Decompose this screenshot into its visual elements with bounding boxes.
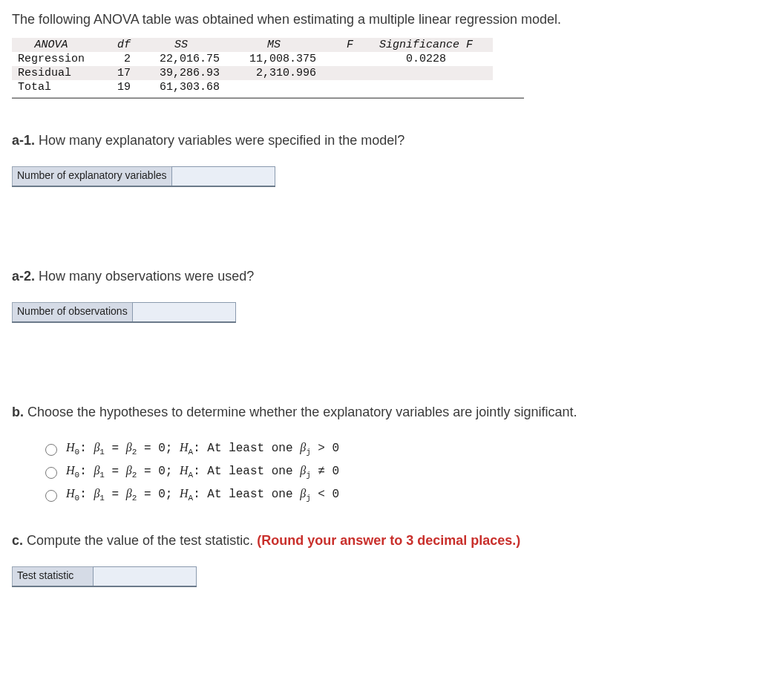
cell-sig — [359, 66, 493, 80]
anova-h-sig: Significance F — [359, 38, 493, 52]
ha-H: H — [180, 487, 189, 500]
betaj-sub: j — [306, 494, 311, 503]
q-c-label: c. Compute the value of the test statist… — [12, 533, 748, 549]
q-b-hyp-1: H0: β1 = β2 = 0; HA: At least one βj > 0 — [66, 441, 339, 457]
q-a1-num: a-1. — [12, 133, 35, 148]
cell-ss: 22,016.75 — [137, 52, 226, 66]
q-b-option-3[interactable]: H0: β1 = β2 = 0; HA: At least one βj < 0 — [42, 487, 748, 503]
q-b-radio-1[interactable] — [45, 444, 57, 456]
anova-h-ss: SS — [137, 38, 226, 52]
cell-ss: 61,303.68 — [137, 80, 226, 94]
anova-table: ANOVA df SS MS F Significance F Regressi… — [12, 38, 493, 94]
beta2: β — [126, 441, 132, 454]
q-b-options: H0: β1 = β2 = 0; HA: At least one βj > 0… — [42, 441, 748, 503]
cell-ms: 11,008.375 — [226, 52, 322, 66]
q-c-input-label: Test statistic — [12, 566, 94, 586]
question-a2: a-2. How many observations were used? Nu… — [12, 269, 748, 323]
ha-H: H — [180, 441, 189, 454]
q-a1-input-label: Number of explanatory variables — [12, 166, 172, 186]
eq2: = 0; — [137, 465, 180, 478]
betaj-sub: j — [306, 448, 311, 457]
anova-row-regression: Regression 2 22,016.75 11,008.375 0.0228 — [12, 52, 493, 66]
q-c-hint: (Round your answer to 3 decimal places.) — [257, 533, 520, 548]
q-b-radio-3[interactable] — [45, 490, 57, 502]
eq2: = 0; — [137, 442, 180, 455]
colon: : — [79, 465, 94, 478]
cmp: < 0 — [311, 488, 339, 501]
q-b-hyp-2: H0: β1 = β2 = 0; HA: At least one βj ≠ 0 — [66, 464, 339, 480]
anova-h-df: df — [99, 38, 137, 52]
q-a2-input-label: Number of observations — [12, 302, 133, 321]
beta1-sub: 1 — [99, 471, 105, 480]
cell-ms — [226, 80, 322, 94]
q-a2-input-bar: Number of observations — [12, 302, 236, 323]
cell-sig: 0.0228 — [359, 52, 493, 66]
q-b-num: b. — [12, 405, 24, 419]
tail: : At least one — [193, 465, 300, 478]
q-b-text: Choose the hypotheses to determine wheth… — [24, 405, 577, 419]
q-b-option-2[interactable]: H0: β1 = β2 = 0; HA: At least one βj ≠ 0 — [42, 464, 748, 480]
ha-H: H — [180, 464, 189, 477]
q-a2-label: a-2. How many observations were used? — [12, 269, 748, 284]
anova-row-residual: Residual 17 39,286.93 2,310.996 — [12, 66, 493, 80]
cell-ms: 2,310.996 — [226, 66, 322, 80]
beta2: β — [126, 464, 132, 477]
q-b-option-1[interactable]: H0: β1 = β2 = 0; HA: At least one βj > 0 — [42, 441, 748, 457]
cell-label: Regression — [12, 52, 99, 66]
q-b-hyp-3: H0: β1 = β2 = 0; HA: At least one βj < 0 — [66, 487, 339, 503]
anova-header-row: ANOVA df SS MS F Significance F — [12, 38, 493, 52]
anova-h-source: ANOVA — [12, 38, 99, 52]
q-a1-text: How many explanatory variables were spec… — [35, 133, 404, 148]
q-c-num: c. — [12, 533, 23, 548]
cmp: ≠ 0 — [311, 465, 339, 478]
q-a2-input[interactable] — [132, 302, 236, 321]
cell-f — [322, 80, 359, 94]
q-b-label: b. Choose the hypotheses to determine wh… — [12, 405, 748, 420]
cell-sig — [359, 80, 493, 94]
cell-label: Residual — [12, 66, 99, 80]
h0-H: H — [66, 464, 75, 477]
tail: : At least one — [193, 488, 300, 501]
q-c-text: Compute the value of the test statistic. — [23, 533, 257, 548]
cell-label: Total — [12, 80, 99, 94]
betaj-sub: j — [306, 471, 311, 480]
colon: : — [79, 488, 94, 501]
q-c-input-bar: Test statistic — [12, 566, 197, 587]
anova-row-total: Total 19 61,303.68 — [12, 80, 493, 94]
q-a2-text: How many observations were used? — [35, 269, 254, 284]
anova-h-ms: MS — [226, 38, 322, 52]
betaj: β — [300, 487, 306, 500]
q-c-input[interactable] — [93, 566, 197, 586]
beta2: β — [126, 487, 132, 500]
q-a1-input-bar: Number of explanatory variables — [12, 166, 275, 187]
colon: : — [79, 442, 94, 455]
table-bottom-rule — [12, 97, 524, 99]
betaj: β — [300, 464, 306, 477]
h0-H: H — [66, 487, 75, 500]
cell-ss: 39,286.93 — [137, 66, 226, 80]
question-c: c. Compute the value of the test statist… — [12, 533, 748, 587]
cell-df: 19 — [99, 80, 137, 94]
eq: = — [105, 442, 126, 455]
anova-table-wrap: ANOVA df SS MS F Significance F Regressi… — [12, 38, 748, 99]
eq2: = 0; — [137, 488, 180, 501]
q-a2-num: a-2. — [12, 269, 35, 284]
question-b: b. Choose the hypotheses to determine wh… — [12, 405, 748, 503]
q-a1-input[interactable] — [171, 166, 275, 186]
cell-f — [322, 52, 359, 66]
betaj: β — [300, 441, 306, 454]
cell-f — [322, 66, 359, 80]
cmp: > 0 — [311, 442, 339, 455]
eq: = — [105, 465, 126, 478]
q-b-radio-2[interactable] — [45, 467, 57, 479]
cell-df: 2 — [99, 52, 137, 66]
tail: : At least one — [193, 442, 300, 455]
cell-df: 17 — [99, 66, 137, 80]
question-a1: a-1. How many explanatory variables were… — [12, 133, 748, 187]
anova-h-f: F — [322, 38, 359, 52]
beta1-sub: 1 — [99, 494, 105, 503]
h0-H: H — [66, 441, 75, 454]
intro-text: The following ANOVA table was obtained w… — [12, 12, 748, 27]
q-a1-label: a-1. How many explanatory variables were… — [12, 133, 748, 148]
beta1-sub: 1 — [99, 448, 105, 457]
